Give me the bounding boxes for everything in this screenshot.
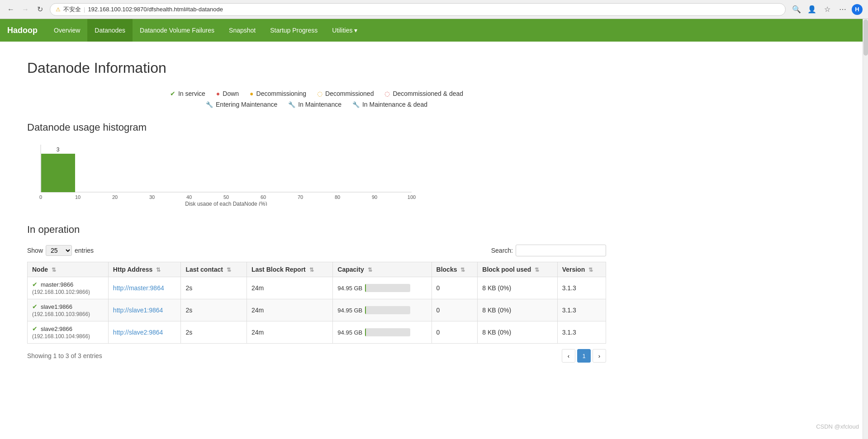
svg-text:90: 90 <box>372 194 377 200</box>
histogram-section: Datanode usage histogram 3 0 10 20 30 40… <box>27 122 606 206</box>
cell-node-2: ✔ slave2:9866 (192.168.100.104:9866) <box>28 321 109 344</box>
forward-button[interactable]: → <box>20 4 31 15</box>
capacity-bar-outer-0 <box>365 284 410 292</box>
show-entries-select[interactable]: 10 25 50 100 <box>46 245 72 256</box>
search-input[interactable] <box>516 245 606 256</box>
address-separator: | <box>84 6 85 13</box>
refresh-button[interactable]: ↻ <box>34 4 45 15</box>
col-header-version: Version ⇅ <box>557 262 606 277</box>
cell-last-block-report-2: 24m <box>247 321 332 344</box>
nav-item-startup-progress[interactable]: Startup Progress <box>263 19 325 42</box>
cell-version-2: 3.1.3 <box>557 321 606 344</box>
show-entries-container: Show 10 25 50 100 entries <box>27 245 94 256</box>
http-address-link-2[interactable]: http://slave2:9864 <box>113 329 163 336</box>
http-address-link-0[interactable]: http://master:9864 <box>113 284 164 292</box>
nav-item-datanodes[interactable]: Datanodes <box>87 19 133 42</box>
pagination-info: Showing 1 to 3 of 3 entries <box>27 352 102 359</box>
address-bar[interactable]: ⚠ 不安全 | 192.168.100.102:9870/dfshealth.h… <box>50 3 786 16</box>
address-warning-text: 不安全 <box>63 5 81 14</box>
show-label: Show <box>27 247 43 254</box>
prev-page-button[interactable]: ‹ <box>562 349 575 363</box>
browser-nav-buttons: ← → ↻ <box>5 4 45 15</box>
col-header-last-block-report: Last Block Report ⇅ <box>247 262 332 277</box>
col-header-last-contact: Last contact ⇅ <box>181 262 247 277</box>
browser-settings-button[interactable]: ⋯ <box>836 3 849 16</box>
node-status-icon-1: ✔ <box>32 303 38 310</box>
in-operation-title: In operation <box>27 224 606 236</box>
cell-block-pool-used-1: 8 KB (0%) <box>478 299 557 321</box>
col-header-http-address: Http Address ⇅ <box>108 262 181 277</box>
browser-search-button[interactable]: 🔍 <box>790 3 803 16</box>
nav-items-container: Overview Datanodes Datanode Volume Failu… <box>47 19 365 42</box>
nav-item-snapshot[interactable]: Snapshot <box>222 19 263 42</box>
main-content: Datanode Information ✔ In service ● Down… <box>0 42 633 381</box>
cell-block-pool-used-2: 8 KB (0%) <box>478 321 557 344</box>
page-title: Datanode Information <box>27 60 606 76</box>
cell-node-1: ✔ slave1:9866 (192.168.100.103:9866) <box>28 299 109 321</box>
cell-blocks-1: 0 <box>432 299 478 321</box>
scrollbar-track <box>863 19 868 381</box>
sort-icon-last-block[interactable]: ⇅ <box>309 267 314 273</box>
cell-blocks-2: 0 <box>432 321 478 344</box>
browser-star-button[interactable]: ☆ <box>821 3 834 16</box>
decommissioned-icon: ◌ <box>317 90 323 97</box>
capacity-text-1: 94.95 GB <box>337 307 362 314</box>
pagination-area: Showing 1 to 3 of 3 entries ‹ 1 › <box>27 349 606 363</box>
col-header-blocks: Blocks ⇅ <box>432 262 478 277</box>
security-warning-icon: ⚠ <box>56 6 61 13</box>
scrollbar-thumb[interactable] <box>863 19 868 56</box>
cell-capacity-0: 94.95 GB <box>333 277 432 299</box>
table-body: ✔ master:9866 (192.168.100.102:9866) htt… <box>28 277 606 344</box>
histogram-title: Datanode usage histogram <box>27 122 606 133</box>
sort-icon-block-pool[interactable]: ⇅ <box>535 267 539 273</box>
cell-last-contact-1: 2s <box>181 299 247 321</box>
search-area: Search: <box>491 245 606 256</box>
sort-icon-version[interactable]: ⇅ <box>588 267 593 273</box>
sort-icon-blocks[interactable]: ⇅ <box>460 267 465 273</box>
nav-item-overview[interactable]: Overview <box>47 19 87 42</box>
search-label: Search: <box>491 247 513 254</box>
histogram-chart: 3 0 10 20 30 40 50 60 70 80 90 100 Disk … <box>27 142 434 206</box>
entering-maintenance-icon: 🔧 <box>206 101 213 108</box>
cell-capacity-1: 94.95 GB <box>333 299 432 321</box>
page-1-button[interactable]: 1 <box>577 349 591 363</box>
sort-icon-node[interactable]: ⇅ <box>52 267 56 273</box>
browser-user-avatar: H <box>852 4 863 15</box>
cell-blocks-0: 0 <box>432 277 478 299</box>
svg-text:40: 40 <box>186 194 192 200</box>
sort-icon-capacity[interactable]: ⇅ <box>368 267 372 273</box>
table-row: ✔ slave1:9866 (192.168.100.103:9866) htt… <box>28 299 606 321</box>
legend-in-maintenance-dead: 🔧 In Maintenance & dead <box>352 101 427 108</box>
nav-item-utilities[interactable]: Utilities ▾ <box>325 19 365 42</box>
capacity-bar-inner-0 <box>365 284 366 292</box>
svg-text:70: 70 <box>298 194 303 200</box>
svg-text:100: 100 <box>408 194 416 200</box>
cell-last-contact-0: 2s <box>181 277 247 299</box>
decommissioned-dead-label: Decommissioned & dead <box>393 90 463 97</box>
hadoop-brand-logo: Hadoop <box>7 26 38 35</box>
cell-capacity-2: 94.95 GB <box>333 321 432 344</box>
in-service-label: In service <box>178 90 205 97</box>
capacity-text-2: 94.95 GB <box>337 329 362 336</box>
histogram-bar <box>41 154 75 192</box>
histogram-svg: 3 0 10 20 30 40 50 60 70 80 90 100 Disk … <box>27 142 416 206</box>
entering-maintenance-label: Entering Maintenance <box>216 101 277 108</box>
sort-icon-last-contact[interactable]: ⇅ <box>227 267 231 273</box>
http-address-link-1[interactable]: http://slave1:9864 <box>113 307 163 314</box>
browser-profile-button[interactable]: 👤 <box>806 3 818 16</box>
legend-in-maintenance: 🔧 In Maintenance <box>288 101 342 108</box>
node-name-1: slave1:9866 <box>41 303 72 310</box>
legend-container: ✔ In service ● Down ● Decommissioning ◌ … <box>27 90 606 108</box>
legend-decommissioned: ◌ Decommissioned <box>317 90 374 97</box>
nav-item-datanode-volume-failures[interactable]: Datanode Volume Failures <box>133 19 222 42</box>
svg-text:0: 0 <box>39 194 42 200</box>
pagination-buttons: ‹ 1 › <box>562 349 606 363</box>
in-maintenance-label: In Maintenance <box>298 101 342 108</box>
in-operation-section: In operation Show 10 25 50 100 entries S… <box>27 224 606 363</box>
cell-last-block-report-0: 24m <box>247 277 332 299</box>
sort-icon-http[interactable]: ⇅ <box>156 267 161 273</box>
next-page-button[interactable]: › <box>593 349 606 363</box>
svg-text:10: 10 <box>75 194 81 200</box>
svg-text:20: 20 <box>112 194 118 200</box>
back-button[interactable]: ← <box>5 4 16 15</box>
